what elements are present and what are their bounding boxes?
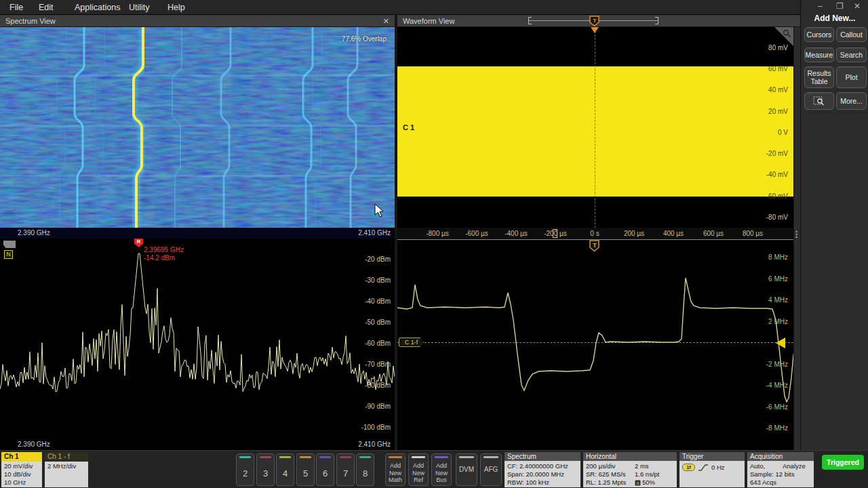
rising-edge-icon — [698, 464, 709, 472]
channel1-f-badge-title: Ch 1 - f — [45, 452, 88, 462]
spectrum-trace-plot[interactable]: N R 2.39695 GHz -14.2 dBm -20 dBm -30 dB… — [0, 239, 395, 450]
spectrum-settings-badge[interactable]: Spectrum CF: 2.40000000 GHz Span: 20.000… — [505, 452, 580, 487]
waveform-view-title-bar[interactable]: Waveform View T — [397, 15, 800, 27]
menu-file[interactable]: File — [9, 3, 23, 12]
measure-button[interactable]: Measure — [804, 47, 834, 62]
minimize-icon[interactable]: – — [818, 1, 823, 11]
time-label: -800 µs — [426, 230, 449, 237]
channel8-button[interactable]: 8 — [356, 453, 374, 486]
frequency-trace — [397, 240, 793, 450]
channel5-button[interactable]: 5 — [296, 453, 315, 486]
restore-icon[interactable]: ❐ — [836, 1, 844, 11]
frequency-vs-time-plot[interactable]: T C 1-f 8 MHz 6 MHz 4 MHz 2 MHz -2 MHz -… — [397, 240, 793, 450]
reference-level-arrow[interactable] — [776, 338, 785, 348]
horizontal-position: a50% — [635, 479, 655, 486]
more-button[interactable]: More... — [836, 92, 867, 110]
acquisition-box-title: Acquisition — [747, 452, 814, 461]
chann7-stripe — [340, 456, 351, 458]
bus-stripe — [435, 456, 448, 458]
channel4-button[interactable]: 4 — [276, 453, 294, 486]
mhz-label: 4 MHz — [768, 296, 788, 304]
add-new-header: Add New... — [801, 14, 868, 23]
panel-resize-handle[interactable]: ••• — [793, 27, 800, 450]
record-duration: 2 ms — [635, 462, 649, 470]
dvm-button[interactable]: DVM — [456, 453, 477, 486]
trigger-flag[interactable]: T — [589, 240, 600, 252]
cursors-button[interactable]: Cursors — [804, 27, 834, 42]
svg-text:T: T — [593, 18, 597, 24]
normal-trace-badge[interactable]: N — [4, 250, 13, 259]
add-new-bus-button[interactable]: Add New Bus — [431, 453, 452, 486]
zoom-select-icon — [813, 96, 825, 106]
spectrogram[interactable]: 77.6% Overlap — [0, 27, 395, 228]
channel1-frequency-badge[interactable]: C 1-f — [399, 338, 424, 347]
mhz-label: 8 MHz — [768, 253, 788, 261]
menu-edit[interactable]: Edit — [39, 3, 54, 12]
dbm-label: -100 dBm — [361, 424, 391, 431]
dbm-label: -50 dBm — [365, 319, 391, 326]
menu-help[interactable]: Help — [167, 3, 185, 12]
dbm-label: -20 dBm — [365, 256, 391, 263]
spectrum-view-title: Spectrum View — [5, 17, 56, 25]
time-label: 0 s — [590, 230, 599, 237]
trigger-position-marker[interactable]: T — [589, 16, 600, 26]
mv-label: -40 mV — [766, 171, 788, 178]
expansion-point-marker[interactable] — [553, 229, 557, 238]
time-axis: -800 µs -600 µs -400 µs -200 µs 0 s 200 … — [397, 228, 793, 240]
channel8-stripe — [359, 456, 371, 458]
mv-label: 80 mV — [768, 44, 788, 52]
time-label: 200 µs — [624, 230, 644, 237]
plot-button[interactable]: Plot — [836, 66, 867, 88]
grip-dots-icon: ••• — [795, 230, 797, 239]
horizontal-settings-badge[interactable]: Horizontal 200 µs/div 2 ms SR: 625 MS/s … — [583, 452, 677, 487]
trigger-settings-badge[interactable]: Trigger 1f 0 Hz — [679, 452, 745, 487]
waveform-plot[interactable]: C 1 80 mV 60 mV 40 mV 20 mV 0 V -20 mV -… — [397, 27, 793, 228]
channel1-badge[interactable]: Ch 1 20 mV/div 10 dB/div 10 GHz — [1, 452, 42, 487]
close-icon[interactable]: ✕ — [383, 15, 389, 27]
trace-handle-icon[interactable] — [3, 241, 16, 248]
mv-label: -60 mV — [766, 192, 788, 200]
mv-label: 40 mV — [768, 86, 788, 94]
callout-button[interactable]: Callout — [836, 27, 867, 42]
trigger-box-title: Trigger — [679, 452, 745, 461]
bottom-bar: Ch 1 20 mV/div 10 dB/div 10 GHz Ch 1 - f… — [0, 450, 868, 488]
results-table-button[interactable]: Results Table — [804, 66, 834, 88]
spectrogram-stop-freq: 2.410 GHz — [358, 229, 391, 237]
trigger-source-badge: 1f — [682, 464, 695, 471]
marker-frequency-readout: 2.39695 GHz — [144, 246, 184, 253]
channel3-stripe — [260, 456, 271, 458]
svg-text:T: T — [593, 242, 597, 249]
channel7-button[interactable]: 7 — [336, 453, 355, 486]
span: Span: 20.0000 MHz — [507, 470, 564, 478]
trace-stop-freq: 2.410 GHz — [358, 441, 391, 448]
knob-a-icon: a — [635, 480, 641, 486]
ch1-spectrum-scale: 10 dB/div — [4, 470, 42, 479]
spectrum-view-title-bar[interactable]: Spectrum View ✕ — [0, 15, 395, 27]
zoom-select-button[interactable] — [804, 92, 834, 110]
channel2-stripe — [239, 456, 251, 458]
channel6-button[interactable]: 6 — [316, 453, 334, 486]
channel3-button[interactable]: 3 — [256, 453, 275, 486]
channel2-button[interactable]: 2 — [236, 453, 254, 486]
zoom-scrollbar-left-bracket[interactable] — [528, 17, 532, 24]
dbm-label: -70 dBm — [365, 361, 391, 368]
time-label: 600 µs — [703, 230, 724, 237]
channel6-stripe — [319, 456, 331, 458]
menu-applications[interactable]: Applications — [75, 3, 120, 12]
spectrum-box-title: Spectrum — [505, 452, 580, 461]
add-new-ref-button[interactable]: Add New Ref — [408, 453, 429, 486]
acquisition-settings-badge[interactable]: Acquisition Auto, Analyze Sample: 12 bit… — [747, 452, 814, 487]
ch1-vertical-scale: 20 mV/div — [4, 462, 42, 470]
afg-button[interactable]: AFG — [480, 453, 502, 486]
mv-label: -20 mV — [766, 150, 788, 157]
channel1-f-badge[interactable]: Ch 1 - f 2 MHz/div — [45, 452, 88, 487]
zoom-scrollbar-right-bracket[interactable] — [655, 17, 658, 24]
menu-utility[interactable]: Utility — [129, 3, 150, 12]
math-stripe — [389, 456, 402, 458]
close-window-icon[interactable]: ✕ — [854, 1, 861, 11]
search-button[interactable]: Search — [836, 47, 867, 62]
add-new-math-button[interactable]: Add New Math — [385, 453, 406, 486]
afg-stripe — [484, 456, 498, 458]
dvm-stripe — [459, 456, 474, 458]
dbm-label: -60 dBm — [365, 340, 391, 347]
